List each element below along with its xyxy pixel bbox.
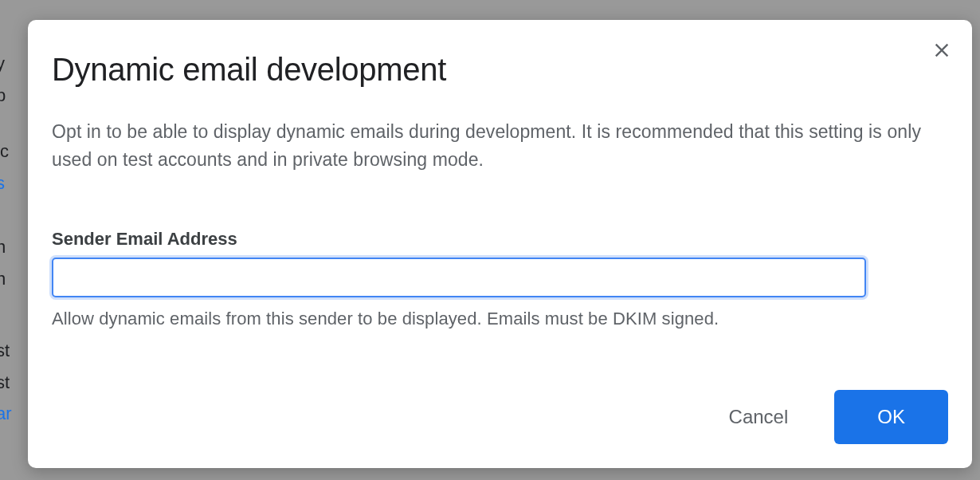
- dialog-description: Opt in to be able to display dynamic ema…: [52, 118, 948, 173]
- sender-email-label: Sender Email Address: [52, 229, 948, 250]
- close-button[interactable]: [929, 37, 955, 63]
- dynamic-email-dialog: Dynamic email development Opt in to be a…: [28, 20, 972, 468]
- dialog-actions: Cancel OK: [723, 390, 948, 444]
- sender-email-helper: Allow dynamic emails from this sender to…: [52, 309, 948, 329]
- dialog-title: Dynamic email development: [52, 52, 948, 88]
- close-icon: [931, 39, 953, 61]
- cancel-button[interactable]: Cancel: [723, 398, 795, 436]
- sender-email-input[interactable]: [52, 258, 866, 297]
- ok-button[interactable]: OK: [834, 390, 948, 444]
